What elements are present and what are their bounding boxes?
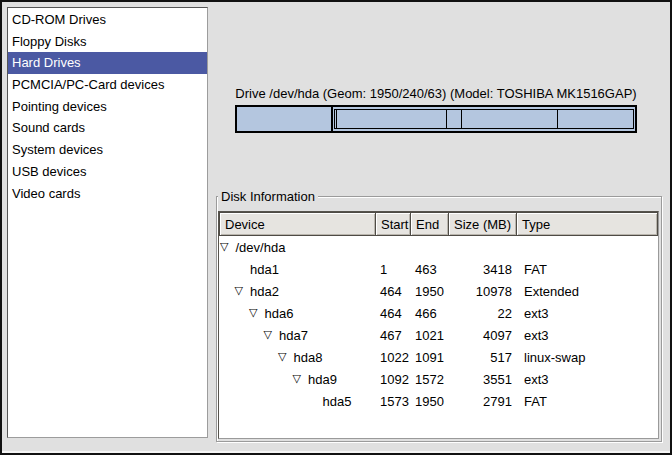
column-header-device[interactable]: Device bbox=[219, 212, 376, 236]
expander-open-icon[interactable]: ▽ bbox=[220, 242, 236, 252]
drive-heading: Drive /dev/hda (Geom: 1950/240/63) (Mode… bbox=[235, 86, 637, 101]
device-name: /dev/hda bbox=[236, 240, 286, 255]
start-cell: 1573 bbox=[376, 394, 411, 409]
table-row-hda8[interactable]: ▽hda810221091517linux-swap bbox=[219, 346, 658, 368]
table-row-hda2[interactable]: ▽hda2464195010978Extended bbox=[219, 280, 658, 302]
end-cell: 466 bbox=[411, 306, 450, 321]
type-cell: linux-swap bbox=[519, 350, 658, 365]
tree-indent bbox=[220, 269, 235, 270]
end-cell: 1950 bbox=[411, 394, 450, 409]
tree-indent bbox=[220, 379, 293, 380]
start-cell: 467 bbox=[376, 328, 411, 343]
type-cell: ext3 bbox=[519, 372, 658, 387]
device-name: hda8 bbox=[294, 350, 323, 365]
type-cell: FAT bbox=[519, 262, 658, 277]
tree-indent bbox=[220, 401, 307, 402]
column-header-size-mb-[interactable]: Size (MB) bbox=[448, 212, 517, 236]
sidebar-item-pcmcia-pc-card-devices[interactable]: PCMCIA/PC-Card devices bbox=[8, 74, 207, 96]
sidebar-item-video-cards[interactable]: Video cards bbox=[8, 183, 207, 205]
disk-info-table: DeviceStartEndSize (MB)Type ▽/dev/hdahda… bbox=[218, 211, 659, 439]
table-row-hda1[interactable]: hda114633418FAT bbox=[219, 258, 658, 280]
partition-segment-hda8[interactable] bbox=[447, 110, 462, 128]
device-category-list: CD-ROM DrivesFloppy DisksHard DrivesPCMC… bbox=[7, 7, 208, 438]
disk-table-body: ▽/dev/hdahda114633418FAT▽hda246419501097… bbox=[219, 236, 658, 412]
start-cell: 1 bbox=[376, 262, 411, 277]
expander-open-icon[interactable]: ▽ bbox=[264, 330, 280, 340]
size-cell: 10978 bbox=[450, 284, 519, 299]
end-cell: 1950 bbox=[411, 284, 450, 299]
table-row-hda6[interactable]: ▽hda646446622ext3 bbox=[219, 302, 658, 324]
size-cell: 3551 bbox=[450, 372, 519, 387]
window-bottom-highlight bbox=[2, 451, 670, 453]
type-cell: FAT bbox=[519, 394, 658, 409]
disk-table-header: DeviceStartEndSize (MB)Type bbox=[219, 212, 658, 236]
device-name: hda1 bbox=[250, 262, 279, 277]
sidebar-item-sound-cards[interactable]: Sound cards bbox=[8, 117, 207, 139]
size-cell: 517 bbox=[450, 350, 519, 365]
table-row--dev-hda[interactable]: ▽/dev/hda bbox=[219, 236, 658, 258]
device-name: hda7 bbox=[279, 328, 308, 343]
size-cell: 3418 bbox=[450, 262, 519, 277]
sidebar-item-usb-devices[interactable]: USB devices bbox=[8, 161, 207, 183]
type-cell: Extended bbox=[519, 284, 658, 299]
partition-segment-hda5[interactable] bbox=[558, 110, 633, 128]
column-header-type[interactable]: Type bbox=[516, 212, 658, 236]
device-name: hda9 bbox=[308, 372, 337, 387]
tree-indent bbox=[220, 335, 264, 336]
expander-open-icon[interactable]: ▽ bbox=[278, 352, 294, 362]
extended-partition-container bbox=[334, 109, 634, 129]
expander-open-icon[interactable]: ▽ bbox=[249, 308, 265, 318]
end-cell: 463 bbox=[411, 262, 450, 277]
disk-information-frame-title: Disk Information bbox=[218, 189, 318, 204]
size-cell: 22 bbox=[450, 306, 519, 321]
end-cell: 1021 bbox=[411, 328, 450, 343]
column-header-end[interactable]: End bbox=[410, 212, 449, 236]
sidebar-item-system-devices[interactable]: System devices bbox=[8, 139, 207, 161]
type-cell: ext3 bbox=[519, 328, 658, 343]
sidebar-item-floppy-disks[interactable]: Floppy Disks bbox=[8, 31, 207, 53]
device-name: hda6 bbox=[265, 306, 294, 321]
size-cell: 2791 bbox=[450, 394, 519, 409]
type-cell: ext3 bbox=[519, 306, 658, 321]
partition-segment-hda1[interactable] bbox=[237, 107, 333, 131]
drive-partition-bar bbox=[235, 105, 637, 133]
expander-open-icon[interactable]: ▽ bbox=[235, 286, 251, 296]
device-name: hda2 bbox=[250, 284, 279, 299]
start-cell: 464 bbox=[376, 284, 411, 299]
table-row-hda7[interactable]: ▽hda746710214097ext3 bbox=[219, 324, 658, 346]
partition-segment-hda9[interactable] bbox=[462, 110, 558, 128]
start-cell: 464 bbox=[376, 306, 411, 321]
size-cell: 4097 bbox=[450, 328, 519, 343]
table-row-hda5[interactable]: hda5157319502791FAT bbox=[219, 390, 658, 412]
column-header-start[interactable]: Start bbox=[375, 212, 411, 236]
sidebar-item-cd-rom-drives[interactable]: CD-ROM Drives bbox=[8, 9, 207, 31]
tree-indent bbox=[220, 357, 278, 358]
start-cell: 1022 bbox=[376, 350, 411, 365]
sidebar-item-pointing-devices[interactable]: Pointing devices bbox=[8, 96, 207, 118]
partition-segment-hda7[interactable] bbox=[337, 110, 448, 128]
end-cell: 1572 bbox=[411, 372, 450, 387]
tree-indent bbox=[220, 291, 235, 292]
start-cell: 1092 bbox=[376, 372, 411, 387]
device-name: hda5 bbox=[323, 394, 352, 409]
end-cell: 1091 bbox=[411, 350, 450, 365]
tree-indent bbox=[220, 313, 249, 314]
table-row-hda9[interactable]: ▽hda9109215723551ext3 bbox=[219, 368, 658, 390]
partition-segment-hda2[interactable] bbox=[333, 107, 635, 131]
expander-open-icon[interactable]: ▽ bbox=[293, 374, 309, 384]
sidebar-item-hard-drives[interactable]: Hard Drives bbox=[8, 52, 207, 74]
